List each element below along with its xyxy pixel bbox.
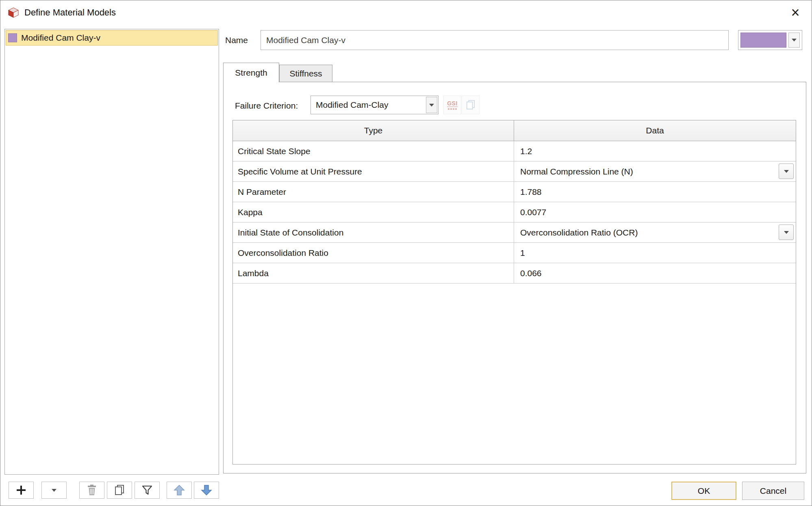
- filter-material-button[interactable]: [135, 482, 160, 499]
- material-color-dropdown[interactable]: [738, 30, 802, 50]
- arrow-down-icon: [200, 484, 213, 497]
- material-list-item-selected[interactable]: Modified Cam Clay-v: [6, 30, 218, 46]
- define-material-models-dialog: { "window": { "title": "Define Material …: [0, 0, 812, 506]
- table-row: Overconsolidation Ratio 1: [233, 243, 796, 263]
- table-row: Specific Volume at Unit Pressure Normal …: [233, 161, 796, 182]
- move-up-button[interactable]: [167, 482, 192, 499]
- cell-dropdown-button[interactable]: [779, 225, 794, 240]
- copy-icon: [114, 484, 125, 496]
- chevron-down-icon: [52, 489, 56, 492]
- arrow-up-icon: [173, 484, 186, 497]
- param-data-cell[interactable]: 1: [514, 243, 796, 263]
- app-cube-icon: [8, 7, 19, 18]
- add-material-button[interactable]: [9, 482, 34, 499]
- table-header-row: Type Data: [233, 120, 796, 141]
- table-header-data: Data: [514, 120, 796, 141]
- material-color-swatch-large: [740, 33, 786, 48]
- table-row: Kappa 0.0077: [233, 202, 796, 222]
- copy-parameters-button[interactable]: [462, 96, 480, 114]
- cell-dropdown-button[interactable]: [779, 164, 794, 179]
- filter-icon: [141, 484, 153, 496]
- param-data-value: Normal Compression Line (N): [520, 167, 633, 177]
- table-row: Critical State Slope 1.2: [233, 141, 796, 161]
- ok-button[interactable]: OK: [671, 482, 736, 500]
- material-color-swatch: [8, 33, 17, 42]
- move-down-button[interactable]: [194, 482, 219, 499]
- gsi-icon: GSI: [447, 100, 458, 107]
- table-header-type: Type: [233, 120, 514, 141]
- window-title: Define Material Models: [24, 7, 116, 18]
- param-data-cell[interactable]: 1.2: [514, 141, 796, 161]
- close-button[interactable]: ×: [785, 4, 806, 22]
- param-type-cell: Critical State Slope: [233, 141, 514, 161]
- chevron-down-icon: [429, 104, 434, 107]
- gsi-dots-icon: [448, 108, 457, 110]
- table-row: Initial State of Consolidation Overconso…: [233, 222, 796, 243]
- material-list-toolbar: [9, 482, 219, 499]
- material-item-label: Modified Cam Clay-v: [21, 33, 100, 43]
- color-dropdown-arrow[interactable]: [788, 33, 800, 48]
- param-type-cell: Lambda: [233, 263, 514, 283]
- table-row: Lambda 0.066: [233, 263, 796, 284]
- param-type-cell: Kappa: [233, 202, 514, 222]
- copy-icon: [465, 99, 476, 111]
- gsi-button[interactable]: GSI: [443, 96, 461, 114]
- trash-icon: [87, 484, 97, 496]
- table-row: N Parameter 1.788: [233, 182, 796, 202]
- failure-criterion-dropdown[interactable]: Modified Cam-Clay: [310, 96, 439, 114]
- titlebar[interactable]: Define Material Models: [0, 0, 812, 25]
- material-list[interactable]: Modified Cam Clay-v: [4, 29, 219, 475]
- copy-material-button[interactable]: [107, 482, 132, 499]
- tab-stiffness[interactable]: Stiffness: [279, 65, 332, 82]
- param-type-cell: Overconsolidation Ratio: [233, 243, 514, 263]
- failure-criterion-label: Failure Criterion:: [235, 101, 298, 111]
- param-data-value: Overconsolidation Ratio (OCR): [520, 228, 638, 238]
- tab-strength[interactable]: Strength: [223, 63, 279, 82]
- param-type-cell: Initial State of Consolidation: [233, 222, 514, 242]
- param-type-cell: Specific Volume at Unit Pressure: [233, 161, 514, 181]
- name-label: Name: [225, 35, 248, 45]
- param-data-cell[interactable]: 0.0077: [514, 202, 796, 222]
- strength-tab-panel: Failure Criterion: Modified Cam-Clay GSI…: [223, 82, 806, 473]
- plus-icon: [15, 484, 28, 497]
- chevron-down-icon: [784, 231, 789, 234]
- chevron-down-icon: [792, 39, 797, 41]
- cancel-button[interactable]: Cancel: [742, 482, 804, 500]
- add-material-options-button[interactable]: [41, 482, 67, 499]
- param-data-cell[interactable]: 0.066: [514, 263, 796, 283]
- failure-criterion-dropdown-arrow[interactable]: [426, 97, 437, 113]
- material-name-input[interactable]: [261, 30, 729, 50]
- failure-criterion-value: Modified Cam-Clay: [311, 96, 425, 114]
- param-data-cell[interactable]: 1.788: [514, 182, 796, 202]
- chevron-down-icon: [784, 170, 789, 173]
- parameter-table: Type Data Critical State Slope 1.2 Speci…: [232, 120, 796, 465]
- param-data-cell[interactable]: Overconsolidation Ratio (OCR): [514, 222, 796, 242]
- delete-material-button[interactable]: [79, 482, 104, 499]
- param-type-cell: N Parameter: [233, 182, 514, 202]
- param-data-cell[interactable]: Normal Compression Line (N): [514, 161, 796, 181]
